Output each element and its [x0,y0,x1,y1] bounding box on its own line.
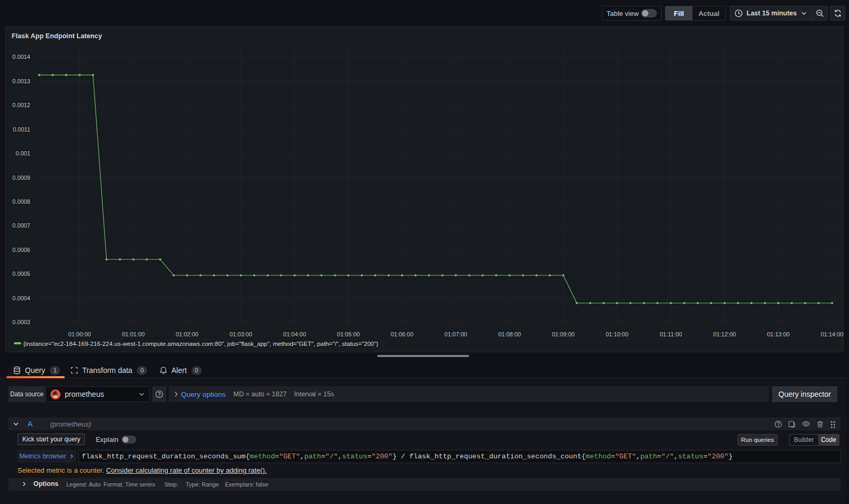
svg-text:0.0006: 0.0006 [12,247,30,253]
svg-text:01:13:00: 01:13:00 [767,331,790,337]
svg-text:01:09:00: 01:09:00 [552,331,575,337]
svg-text:01:11:00: 01:11:00 [660,331,682,337]
svg-text:0.001: 0.001 [15,150,30,157]
svg-text:0.0013: 0.0013 [12,78,30,84]
svg-text:{instance="ec2-184-169-216-224: {instance="ec2-184-169-216-224.us-west-1… [23,341,378,347]
svg-text:0.0007: 0.0007 [12,222,30,229]
svg-text:0.0012: 0.0012 [12,102,30,108]
svg-text:01:03:00: 01:03:00 [229,331,252,337]
svg-text:01:06:00: 01:06:00 [391,331,413,337]
svg-text:01:14:00: 01:14:00 [821,331,844,337]
svg-text:01:07:00: 01:07:00 [445,331,467,337]
svg-text:01:08:00: 01:08:00 [498,331,521,337]
svg-text:0.0004: 0.0004 [12,295,30,301]
svg-text:01:02:00: 01:02:00 [176,331,198,337]
svg-text:01:04:00: 01:04:00 [283,331,306,337]
svg-text:01:01:00: 01:01:00 [122,331,145,337]
svg-text:0.0005: 0.0005 [12,271,30,277]
svg-text:01:10:00: 01:10:00 [605,331,628,337]
svg-text:01:12:00: 01:12:00 [713,331,736,337]
svg-text:0.0008: 0.0008 [12,198,30,205]
svg-text:0.0009: 0.0009 [12,175,30,181]
svg-text:0.0011: 0.0011 [13,126,30,133]
svg-text:0.0003: 0.0003 [12,319,30,325]
svg-text:0.0014: 0.0014 [12,54,30,60]
svg-text:01:05:00: 01:05:00 [337,331,360,337]
svg-text:01:00:00: 01:00:00 [68,331,91,337]
